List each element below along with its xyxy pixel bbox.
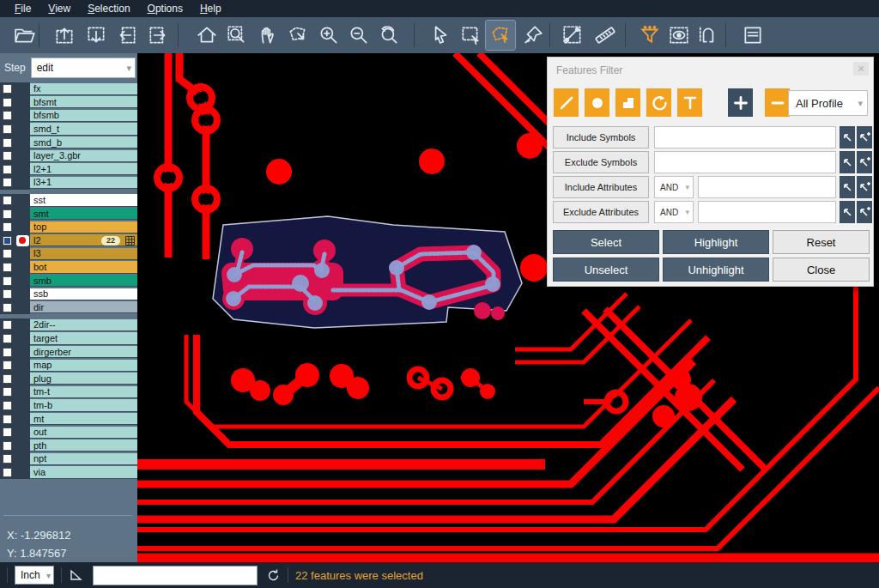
pick-attribute-icon[interactable] bbox=[840, 201, 855, 223]
layer-checkbox[interactable] bbox=[3, 196, 12, 205]
layer-checkbox[interactable] bbox=[3, 263, 12, 272]
clear-highlight-brush-icon[interactable] bbox=[518, 21, 548, 50]
layer-row-bfsmt[interactable]: bfsmt bbox=[0, 96, 137, 110]
pick-attribute-add-icon[interactable] bbox=[857, 201, 872, 223]
layer-checkbox[interactable] bbox=[3, 209, 12, 219]
layer-row-dir[interactable]: dir bbox=[0, 301, 137, 315]
select-button[interactable]: Select bbox=[553, 230, 659, 254]
feature-type-pad-icon[interactable] bbox=[585, 88, 609, 117]
feature-type-text-icon[interactable] bbox=[677, 88, 702, 117]
pan-right-icon[interactable] bbox=[143, 21, 173, 50]
pick-symbol-icon[interactable] bbox=[840, 151, 855, 173]
pick-symbol-add-icon[interactable] bbox=[857, 126, 872, 149]
layer-row-via[interactable]: via bbox=[0, 466, 137, 480]
layer-checkbox[interactable] bbox=[3, 468, 12, 477]
menu-help[interactable]: Help bbox=[192, 1, 229, 16]
open-file-icon[interactable] bbox=[10, 21, 39, 50]
layer-row-sst[interactable]: sst bbox=[0, 194, 137, 208]
profile-dropdown[interactable]: All Profile ▾ bbox=[788, 90, 868, 116]
exclude-attributes-button[interactable]: Exclude Attributes bbox=[553, 201, 649, 223]
measure-distance-icon[interactable] bbox=[558, 21, 587, 50]
layer-checkbox[interactable] bbox=[3, 348, 12, 357]
unselect-button[interactable]: Unselect bbox=[553, 258, 659, 282]
layer-checkbox[interactable] bbox=[3, 320, 12, 330]
layer-checkbox[interactable] bbox=[3, 111, 12, 120]
layer-row-smb[interactable]: smb bbox=[0, 274, 137, 288]
close-button[interactable]: Close bbox=[773, 258, 870, 282]
layer-row-fx[interactable]: fx bbox=[0, 82, 137, 96]
include-symbols-input[interactable] bbox=[654, 126, 836, 149]
layer-row-top[interactable]: top bbox=[0, 221, 137, 234]
pan-up-icon[interactable] bbox=[50, 21, 79, 50]
select-arrow-icon[interactable] bbox=[426, 21, 455, 50]
layer-row-layer_3.gbr[interactable]: layer_3.gbr bbox=[0, 149, 137, 163]
menu-view[interactable]: View bbox=[40, 1, 78, 16]
layer-row-dirgerber[interactable]: dirgerber bbox=[0, 345, 137, 359]
layer-row-smd_b[interactable]: smd_b bbox=[0, 136, 137, 149]
corner-snap-icon[interactable] bbox=[69, 568, 84, 582]
layer-row-bfsmb[interactable]: bfsmb bbox=[0, 109, 137, 123]
layer-row-l3+1[interactable]: l3+1 bbox=[0, 176, 137, 190]
layer-row-l2+1[interactable]: l2+1 bbox=[0, 163, 137, 177]
layer-checkbox[interactable] bbox=[3, 222, 12, 232]
grid-icon[interactable] bbox=[125, 236, 135, 247]
zoom-previous-icon[interactable] bbox=[374, 21, 403, 50]
layer-checkbox[interactable] bbox=[3, 361, 12, 370]
layer-checkbox[interactable] bbox=[3, 138, 12, 148]
layer-checkbox[interactable] bbox=[3, 178, 12, 187]
pick-attribute-add-icon[interactable] bbox=[857, 176, 872, 198]
layer-checkbox[interactable] bbox=[3, 415, 12, 424]
layer-checkbox[interactable] bbox=[3, 427, 12, 437]
menu-options[interactable]: Options bbox=[140, 1, 191, 16]
include-attributes-button[interactable]: Include Attributes bbox=[553, 176, 649, 198]
zoom-in-icon[interactable] bbox=[314, 21, 343, 50]
zoom-polygon-icon[interactable] bbox=[283, 21, 312, 50]
pick-symbol-add-icon[interactable] bbox=[857, 151, 872, 173]
layer-row-npt[interactable]: npt bbox=[0, 452, 137, 466]
command-input[interactable] bbox=[93, 566, 258, 585]
remove-filter-icon[interactable] bbox=[765, 88, 790, 117]
layer-checkbox[interactable] bbox=[3, 401, 12, 410]
layer-row-plug[interactable]: plug bbox=[0, 372, 137, 385]
layer-row-tm-t[interactable]: tm-t bbox=[0, 385, 137, 399]
pan-left-icon[interactable] bbox=[112, 21, 142, 50]
layer-row-smd_t[interactable]: smd_t bbox=[0, 123, 137, 136]
layer-checkbox[interactable] bbox=[3, 454, 12, 464]
layer-row-2dir--[interactable]: 2dir-- bbox=[0, 318, 137, 332]
layer-row-l2[interactable]: l222 bbox=[0, 234, 137, 248]
measure-ruler-icon[interactable] bbox=[591, 21, 620, 50]
layer-row-smt[interactable]: smt bbox=[0, 207, 137, 221]
layer-checkbox[interactable] bbox=[3, 236, 12, 246]
layer-row-out[interactable]: out bbox=[0, 426, 137, 439]
layer-checkbox[interactable] bbox=[3, 84, 12, 94]
layer-row-mt[interactable]: mt bbox=[0, 412, 137, 426]
pan-hand-icon[interactable] bbox=[252, 21, 282, 50]
home-view-icon[interactable] bbox=[192, 21, 221, 50]
dialog-close-icon[interactable]: ✕ bbox=[853, 62, 869, 76]
view-options-icon[interactable] bbox=[664, 21, 694, 50]
exclude-attributes-input[interactable] bbox=[698, 201, 836, 223]
layer-row-tm-b[interactable]: tm-b bbox=[0, 399, 137, 413]
step-dropdown[interactable]: edit ▾ bbox=[31, 58, 136, 78]
features-filter-icon[interactable] bbox=[635, 21, 664, 50]
zoom-out-icon[interactable] bbox=[344, 21, 373, 50]
include-symbols-button[interactable]: Include Symbols bbox=[553, 126, 649, 149]
exclude-symbols-button[interactable]: Exclude Symbols bbox=[553, 151, 649, 173]
layer-row-pth[interactable]: pth bbox=[0, 439, 137, 452]
layer-checkbox[interactable] bbox=[3, 334, 12, 343]
refresh-icon[interactable] bbox=[266, 568, 281, 583]
highlight-button[interactable]: Highlight bbox=[663, 230, 769, 254]
layer-row-map[interactable]: map bbox=[0, 359, 137, 373]
layer-row-bot[interactable]: bot bbox=[0, 261, 137, 275]
feature-type-line-icon[interactable] bbox=[554, 88, 579, 117]
pick-attribute-icon[interactable] bbox=[840, 176, 855, 198]
layer-checkbox[interactable] bbox=[3, 124, 12, 134]
unhighlight-button[interactable]: Unhighlight bbox=[663, 258, 769, 282]
layer-checkbox[interactable] bbox=[3, 289, 12, 299]
exclude-symbols-input[interactable] bbox=[654, 151, 836, 173]
feature-type-surface-icon[interactable] bbox=[615, 88, 640, 117]
layer-checkbox[interactable] bbox=[3, 374, 12, 384]
layer-checkbox[interactable] bbox=[3, 151, 12, 161]
layer-checkbox[interactable] bbox=[3, 441, 12, 451]
add-filter-icon[interactable] bbox=[728, 88, 753, 117]
